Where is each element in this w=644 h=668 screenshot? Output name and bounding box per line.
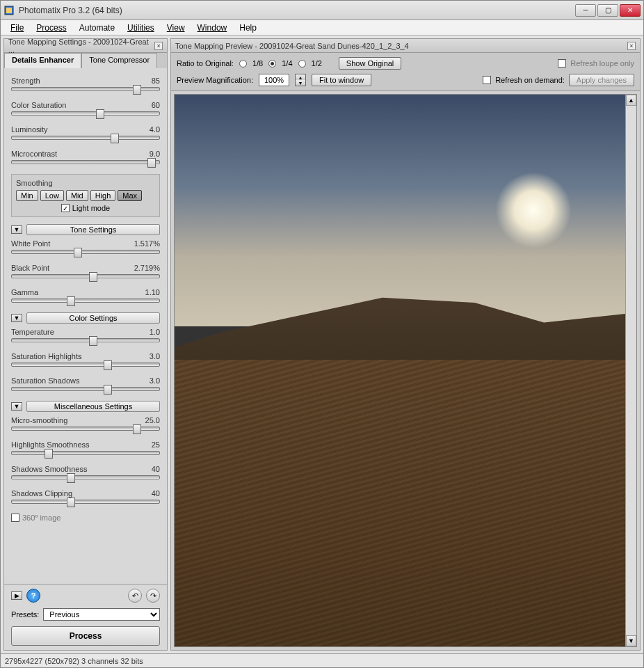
smoothing-max-button[interactable]: Max [118,190,142,201]
refresh-loupe-checkbox[interactable] [558,59,566,67]
titlebar: Photomatix Pro 3.2 (64 bits) ─ ▢ ✕ [1,1,643,20]
slider-gamma: Gamma1.10 [11,288,160,303]
slider-track[interactable] [11,111,160,116]
smoothing-group: Smoothing MinLowMidHighMax ✓ Light mode [11,174,160,217]
slider-track[interactable] [11,136,160,140]
magnification-spinner[interactable]: ▲▼ [295,74,306,86]
menubar: File Process Automate Utilities View Win… [1,20,643,35]
app-window: Photomatix Pro 3.2 (64 bits) ─ ▢ ✕ File … [0,0,644,668]
ratio-1-8[interactable] [239,60,247,67]
slider-track[interactable] [11,387,160,391]
ratio-1-4[interactable] [268,60,276,67]
slider-thumb[interactable] [104,360,112,370]
slider-track[interactable] [11,451,160,455]
slider-white point: White Point1.517% [11,239,160,254]
slider-track[interactable] [11,160,160,164]
section-header[interactable]: Tone Settings [26,224,160,235]
section-toggle[interactable]: ▼ [11,402,22,411]
slider-microcontrast: Microcontrast9.0 [11,150,160,164]
slider-color saturation: Color Saturation60 [11,101,160,116]
slider-thumb[interactable] [45,449,53,459]
preview-image: ▲ ▼ [174,94,637,647]
minimize-button[interactable]: ─ [575,4,596,17]
close-icon[interactable]: × [154,42,163,50]
process-button[interactable]: Process [11,626,160,646]
section-toggle[interactable]: ▼ [11,225,22,234]
slider-thumb[interactable] [89,272,97,282]
tab-tone-compressor[interactable]: Tone Compressor [81,53,157,68]
slider-thumb[interactable] [74,248,82,257]
scroll-up-icon[interactable]: ▲ [626,95,636,106]
expand-toggle[interactable]: ▶ [11,591,22,600]
content-area: Tone Mapping Settings - 20091024-Great .… [1,35,643,653]
slider-black point: Black Point2.719% [11,264,160,278]
slider-thumb[interactable] [89,336,97,346]
section-header[interactable]: Color Settings [26,312,160,324]
section-header[interactable]: Miscellaneous Settings [26,401,160,412]
slider-track[interactable] [11,338,160,342]
show-original-button[interactable]: Show Original [339,57,401,70]
slider-thumb[interactable] [133,85,141,95]
menu-help[interactable]: Help [234,22,262,34]
window-title: Photomatix Pro 3.2 (64 bits) [19,6,575,15]
maximize-button[interactable]: ▢ [597,4,618,17]
preview-scrollbar[interactable]: ▲ ▼ [625,95,636,646]
menu-process[interactable]: Process [31,22,72,34]
section-toggle[interactable]: ▼ [11,314,22,322]
slider-thumb[interactable] [67,296,75,306]
magnification-input[interactable] [259,74,289,86]
help-icon[interactable]: ? [26,589,40,603]
undo-icon[interactable]: ↶ [128,589,142,603]
slider-thumb[interactable] [67,473,75,483]
menu-utilities[interactable]: Utilities [122,22,160,34]
slider-micro-smoothing: Micro-smoothing25.0 [11,416,160,431]
smoothing-high-button[interactable]: High [90,190,116,201]
slider-shadows smoothness: Shadows Smoothness40 [11,465,160,479]
svg-rect-1 [6,8,12,13]
slider-highlights smoothness: Highlights Smoothness25 [11,440,160,455]
apply-changes-button[interactable]: Apply changes [569,74,634,86]
slider-saturation shadows: Saturation Shadows3.0 [11,376,160,391]
smoothing-mid-button[interactable]: Mid [66,190,88,201]
slider-track[interactable] [11,475,160,479]
fit-to-window-button[interactable]: Fit to window [312,74,371,86]
settings-panel: Tone Mapping Settings - 20091024-Great .… [3,38,168,651]
slider-strength: Strength85 [11,77,160,91]
settings-scroll[interactable]: Strength85 Color Saturation60 Luminosity… [4,68,167,584]
close-icon[interactable]: × [627,42,636,50]
slider-track[interactable] [11,500,160,504]
slider-thumb[interactable] [67,498,75,507]
slider-thumb[interactable] [96,109,104,119]
presets-select[interactable]: Previous [43,608,160,621]
redo-icon[interactable]: ↷ [146,589,160,603]
slider-thumb[interactable] [147,158,156,168]
preview-panel: Tone Mapping Preview - 20091024-Great Sa… [170,38,641,651]
close-button[interactable]: ✕ [620,4,641,17]
slider-luminosity: Luminosity4.0 [11,125,160,140]
menu-automate[interactable]: Automate [74,22,120,34]
slider-track[interactable] [11,363,160,367]
smoothing-low-button[interactable]: Low [40,190,64,201]
slider-thumb[interactable] [133,424,141,434]
slider-track[interactable] [11,427,160,431]
slider-thumb[interactable] [104,385,112,395]
light-mode-checkbox[interactable]: ✓ [61,204,70,212]
image360-checkbox[interactable] [11,514,19,522]
menu-file[interactable]: File [5,22,29,34]
slider-track[interactable] [11,250,160,254]
refresh-on-demand-checkbox[interactable] [483,76,491,84]
tab-details-enhancer[interactable]: Details Enhancer [4,53,81,68]
smoothing-min-button[interactable]: Min [16,190,38,201]
slider-track[interactable] [11,299,160,303]
preview-controls: Ratio to Original: 1/8 1/4 1/2 Show Orig… [171,53,640,91]
slider-thumb[interactable] [111,134,119,143]
slider-temperature: Temperature1.0 [11,328,160,342]
slider-track[interactable] [11,87,160,91]
menu-window[interactable]: Window [192,22,233,34]
menu-view[interactable]: View [161,22,191,34]
scroll-down-icon[interactable]: ▼ [626,635,636,646]
slider-track[interactable] [11,274,160,278]
settings-footer: ▶ ? ↶ ↷ Presets: Previous Process [4,584,167,650]
slider-shadows clipping: Shadows Clipping40 [11,489,160,504]
ratio-1-2[interactable] [298,60,306,67]
